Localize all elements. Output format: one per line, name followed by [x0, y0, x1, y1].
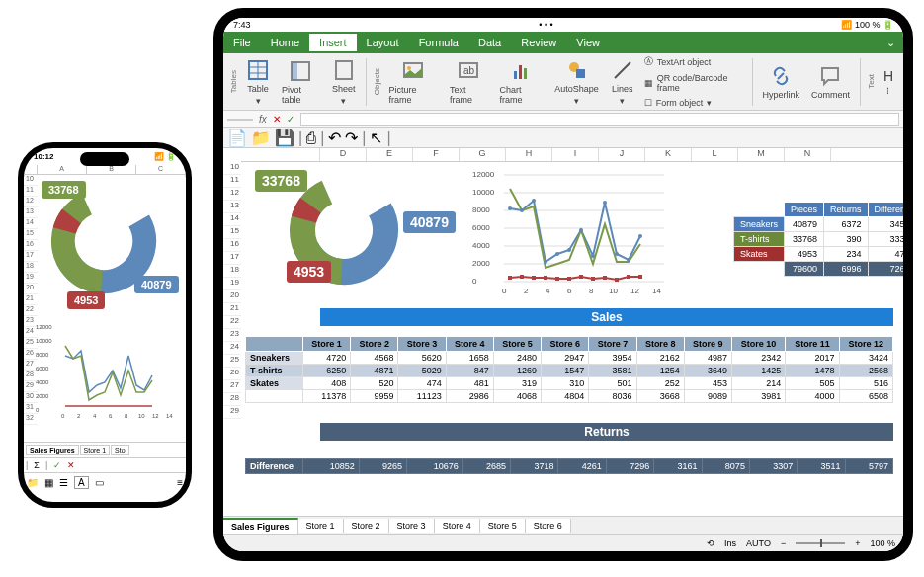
menu-review[interactable]: Review: [511, 34, 566, 51]
ribbon-hyperlink[interactable]: Hyperlink: [756, 62, 805, 102]
fx-label[interactable]: fx: [259, 114, 267, 124]
form-icon: ☐: [644, 98, 652, 108]
ribbon-text-frame[interactable]: abText frame: [444, 57, 494, 107]
ribbon-chart-frame[interactable]: Chart frame: [494, 57, 549, 107]
ribbon-comment[interactable]: Comment: [805, 62, 856, 102]
svg-text:4: 4: [546, 287, 550, 295]
zoom-in[interactable]: +: [855, 538, 860, 548]
status-auto[interactable]: AUTO: [746, 538, 771, 548]
svg-point-59: [591, 254, 595, 258]
donut-label-blue: 40879: [134, 276, 179, 293]
cancel-icon[interactable]: ✕: [273, 114, 281, 124]
tab-store3[interactable]: Store 3: [389, 519, 435, 533]
ribbon-sheet[interactable]: Sheet▾: [326, 56, 362, 108]
line-chart[interactable]: 120001000080006000400020000 02468101214: [470, 166, 668, 296]
svg-rect-24: [336, 61, 352, 79]
phone-line-chart[interactable]: 120001000080006000400020000 02468101214: [36, 321, 174, 420]
tab-store6[interactable]: Store 6: [526, 519, 571, 533]
svg-text:4000: 4000: [36, 379, 49, 385]
hamburger-icon[interactable]: ≡: [177, 477, 183, 488]
phone-tab-store2[interactable]: Sto: [111, 445, 129, 455]
redo-icon[interactable]: ↷: [345, 128, 358, 147]
donut-label-blue: 40879: [403, 211, 456, 233]
svg-point-60: [603, 201, 607, 205]
menu-layout[interactable]: Layout: [357, 34, 409, 51]
col-C[interactable]: C: [136, 165, 186, 174]
formula-input[interactable]: [300, 113, 899, 126]
ribbon-picture-frame[interactable]: Picture frame: [383, 57, 444, 107]
print-icon[interactable]: ⎙: [306, 129, 316, 147]
svg-rect-69: [567, 277, 571, 281]
zoom-out[interactable]: −: [781, 538, 786, 548]
menu-view[interactable]: View: [566, 34, 610, 51]
ribbon-form[interactable]: ☐Form object▾: [640, 96, 748, 110]
table-icon[interactable]: ▦: [44, 477, 53, 488]
menu-data[interactable]: Data: [468, 34, 511, 51]
formula-bar: fx ✕ ✓: [223, 111, 903, 128]
menu-file[interactable]: File: [223, 34, 261, 51]
name-box[interactable]: [227, 119, 253, 121]
svg-rect-30: [519, 65, 522, 79]
col-A[interactable]: A: [38, 165, 87, 174]
phone-tab-store1[interactable]: Store 1: [80, 445, 111, 455]
row-icon[interactable]: ☰: [59, 477, 68, 488]
svg-text:0: 0: [502, 287, 507, 295]
svg-line-34: [615, 62, 630, 78]
menu-insert[interactable]: Insert: [309, 34, 357, 51]
undo-icon[interactable]: ↶: [328, 128, 341, 147]
zoom-level[interactable]: 100 %: [870, 538, 895, 548]
ribbon-textart[interactable]: ⒶTextArt object: [640, 53, 748, 70]
folder-icon[interactable]: 📁: [27, 477, 39, 488]
accept-icon[interactable]: ✓: [53, 460, 61, 470]
open-icon[interactable]: 📁: [251, 128, 271, 147]
svg-point-54: [532, 199, 536, 203]
sales-table[interactable]: Store 1Store 2Store 3Store 4Store 5Store…: [245, 336, 893, 403]
tab-store4[interactable]: Store 4: [435, 519, 480, 533]
sheet-canvas[interactable]: 33768 4953 40879 12000100008000600040002…: [241, 162, 903, 516]
svg-rect-29: [514, 71, 517, 79]
status-ins[interactable]: Ins: [724, 538, 736, 548]
row-headers: 1011121314151617181920212223242526272829: [223, 162, 241, 419]
accept-icon[interactable]: ✓: [287, 114, 294, 124]
svg-text:0: 0: [36, 407, 40, 413]
col-B[interactable]: B: [87, 165, 136, 174]
tab-store1[interactable]: Store 1: [298, 519, 344, 533]
menu-formula[interactable]: Formula: [409, 34, 468, 51]
menu-bar: File Home Insert Layout Formula Data Rev…: [223, 32, 903, 53]
menu-collapse-icon[interactable]: ⌄: [879, 37, 903, 49]
spreadsheet-area[interactable]: DEFGHIJKLMN 1011121314151617181920212223…: [223, 148, 903, 516]
tab-store2[interactable]: Store 2: [344, 519, 389, 533]
svg-rect-67: [544, 276, 547, 280]
svg-point-53: [520, 208, 524, 212]
menu-home[interactable]: Home: [261, 34, 309, 51]
ribbon-lines[interactable]: Lines▾: [605, 56, 640, 108]
svg-rect-23: [292, 62, 297, 80]
svg-point-26: [407, 66, 411, 70]
status-bar: ⟲ Ins AUTO − + 100 %: [223, 534, 903, 551]
tab-store5[interactable]: Store 5: [480, 519, 526, 533]
chevron-down-icon: ▾: [256, 96, 261, 106]
svg-rect-73: [615, 278, 619, 282]
summary-table[interactable]: PiecesReturnsDifference Sneakers40879637…: [733, 202, 903, 277]
ribbon-pivot[interactable]: Pivot table: [276, 57, 326, 107]
svg-point-56: [555, 252, 559, 256]
tab-sales-figures[interactable]: Sales Figures: [223, 518, 298, 534]
ribbon-autoshape[interactable]: AutoShape▾: [548, 56, 605, 108]
phone-tab-sales[interactable]: Sales Figures: [26, 445, 79, 455]
pointer-icon[interactable]: ↖: [370, 128, 382, 147]
zoom-slider[interactable]: [796, 542, 845, 544]
save-icon[interactable]: 💾: [275, 128, 294, 147]
ribbon-qr[interactable]: ▦QR code/Barcode frame: [640, 71, 748, 95]
ribbon-h[interactable]: H⁞: [878, 66, 899, 98]
chart-icon[interactable]: ▭: [95, 477, 104, 488]
svg-point-52: [508, 206, 512, 210]
ribbon-table[interactable]: Table▾: [240, 56, 276, 108]
sum-icon[interactable]: Σ: [34, 460, 40, 470]
text-A-icon[interactable]: A: [74, 476, 89, 489]
slider-icon[interactable]: ⟲: [707, 538, 714, 548]
svg-text:0: 0: [472, 277, 477, 286]
new-icon[interactable]: 📄: [227, 128, 247, 147]
cancel-icon[interactable]: ✕: [67, 460, 75, 470]
phone-sheet[interactable]: 1011121314151617181920212223242526272829…: [24, 175, 186, 442]
difference-row[interactable]: Difference108529265106762685371842617296…: [245, 458, 893, 474]
